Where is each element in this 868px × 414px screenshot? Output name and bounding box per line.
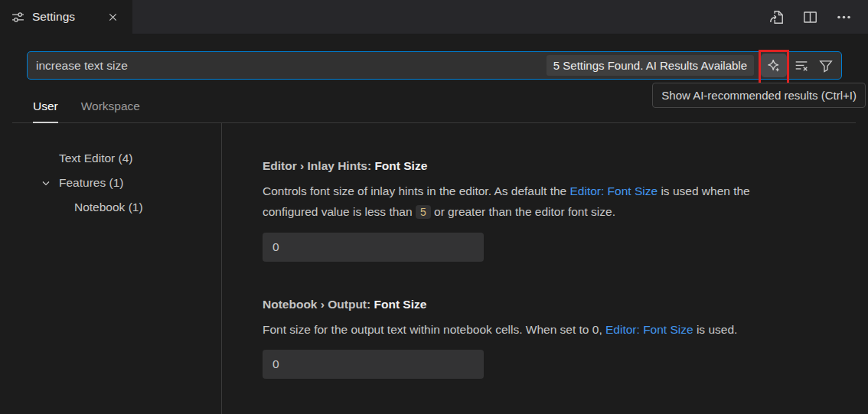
setting-name: Font Size bbox=[374, 159, 427, 172]
description-text: Controls font size of inlay hints in the… bbox=[263, 184, 570, 197]
settings-search-input[interactable] bbox=[28, 59, 547, 73]
toc-item-features[interactable]: Features (1) bbox=[0, 171, 221, 195]
editor-font-size-link[interactable]: Editor: Font Size bbox=[570, 184, 658, 197]
clear-filters-icon[interactable] bbox=[791, 55, 811, 76]
editor-actions bbox=[768, 0, 868, 34]
results-count-badge: 5 Settings Found. AI Results Available bbox=[547, 55, 754, 76]
setting-description: Controls font size of inlay hints in the… bbox=[263, 181, 804, 223]
tab-title: Settings bbox=[32, 10, 75, 24]
setting-category: Notebook › Output: bbox=[263, 298, 374, 311]
description-text: Font size for the output text within not… bbox=[263, 323, 605, 336]
editor-tab-bar: Settings bbox=[0, 0, 868, 34]
setting-title: Notebook › Output: Font Size bbox=[263, 297, 804, 312]
tab-settings[interactable]: Settings bbox=[0, 0, 132, 34]
filter-icon[interactable] bbox=[815, 55, 836, 76]
settings-editor-window: Settings bbox=[0, 0, 868, 414]
tab-user[interactable]: User bbox=[33, 99, 58, 123]
setting-inlay-hints-font-size: Editor › Inlay Hints: Font Size Controls… bbox=[263, 158, 804, 262]
search-controls: 5 Settings Found. AI Results Available bbox=[547, 54, 841, 77]
open-settings-json-icon[interactable] bbox=[768, 8, 785, 26]
settings-toc-tree: Text Editor (4) Features (1) Notebook (1… bbox=[0, 123, 222, 414]
toc-item-label: Text Editor (4) bbox=[59, 152, 132, 165]
setting-category: Editor › Inlay Hints: bbox=[263, 159, 374, 172]
description-code-value: 5 bbox=[416, 205, 431, 219]
ai-results-button[interactable] bbox=[761, 54, 787, 77]
settings-sliders-icon bbox=[11, 11, 24, 24]
setting-description: Font size for the output text within not… bbox=[263, 319, 804, 340]
settings-search-bar: 5 Settings Found. AI Results Available bbox=[27, 51, 842, 80]
inlay-hints-font-size-input[interactable] bbox=[263, 233, 484, 262]
settings-list: Editor › Inlay Hints: Font Size Controls… bbox=[222, 123, 804, 414]
more-actions-icon[interactable] bbox=[835, 8, 853, 26]
tab-workspace[interactable]: Workspace bbox=[81, 99, 140, 122]
setting-notebook-output-font-size: Notebook › Output: Font Size Font size f… bbox=[263, 297, 804, 379]
description-text: or greater than the editor font size. bbox=[431, 205, 615, 218]
toc-item-label: Notebook (1) bbox=[74, 200, 143, 214]
settings-body: Text Editor (4) Features (1) Notebook (1… bbox=[0, 123, 868, 414]
chevron-down-icon bbox=[40, 177, 52, 189]
setting-title: Editor › Inlay Hints: Font Size bbox=[263, 158, 804, 174]
editor-font-size-link[interactable]: Editor: Font Size bbox=[605, 323, 693, 336]
toc-item-label: Features (1) bbox=[59, 176, 123, 190]
toc-item-notebook[interactable]: Notebook (1) bbox=[0, 195, 221, 220]
toc-item-text-editor[interactable]: Text Editor (4) bbox=[0, 146, 221, 171]
split-editor-icon[interactable] bbox=[801, 8, 819, 26]
notebook-output-font-size-input[interactable] bbox=[263, 350, 484, 379]
setting-name: Font Size bbox=[374, 298, 427, 311]
close-icon[interactable] bbox=[105, 9, 121, 25]
ai-button-tooltip: Show AI-recommended results (Ctrl+I) bbox=[652, 83, 866, 108]
description-text: is used. bbox=[693, 323, 738, 336]
